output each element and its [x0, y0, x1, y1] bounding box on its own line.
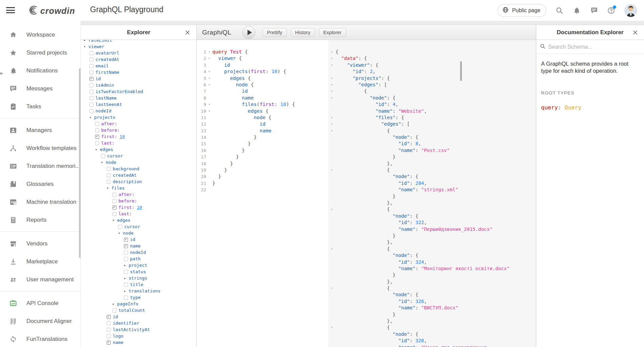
fold-arrow-icon[interactable]: ▾: [328, 95, 336, 101]
explorer-field-avatarUrl[interactable]: avatarUrl: [81, 50, 196, 56]
explorer-field-projects[interactable]: ▾projects: [81, 114, 196, 121]
sidebar-item-managers[interactable]: Managers: [0, 121, 81, 139]
field-checkbox[interactable]: [89, 64, 93, 68]
explorer-field-edges[interactable]: ▾edges: [81, 146, 196, 153]
sidebar-item-starred-projects[interactable]: Starred projects: [0, 44, 81, 62]
explorer-field-identifier[interactable]: identifier: [81, 320, 196, 326]
fold-arrow-icon[interactable]: ▾: [328, 246, 336, 252]
fold-arrow-icon[interactable]: ▾: [328, 82, 336, 88]
field-checkbox[interactable]: [112, 212, 116, 216]
explorer-field-totalCount[interactable]: totalCount: [81, 307, 196, 313]
chevron-down-icon[interactable]: ▾: [84, 45, 88, 48]
field-checkbox[interactable]: [124, 257, 128, 261]
explorer-field-isAdmin[interactable]: isAdmin: [81, 82, 196, 88]
fold-arrow-icon[interactable]: ▾: [328, 88, 336, 94]
field-checkbox-checked[interactable]: [89, 77, 93, 81]
explorer-field-logo[interactable]: logo: [81, 333, 196, 339]
explorer-field-cursor[interactable]: cursor: [81, 153, 196, 159]
sidebar-item-marketplace[interactable]: Marketplace: [0, 253, 81, 270]
fold-arrow-icon[interactable]: ▾: [206, 49, 212, 55]
explorer-field-first[interactable]: first:10: [81, 204, 196, 211]
fold-arrow-icon[interactable]: ▾: [328, 62, 336, 68]
chevron-right-icon[interactable]: ▸: [112, 302, 117, 306]
explorer-close-icon[interactable]: [185, 30, 190, 35]
root-query-type-link[interactable]: Query: [565, 104, 582, 111]
sidebar-item-user-management[interactable]: User management: [0, 270, 81, 288]
field-checkbox[interactable]: [107, 180, 111, 184]
chevron-down-icon[interactable]: ▾: [118, 231, 123, 235]
query-editor[interactable]: 1▾query Test {2▾ viewer {3 id4▾ projects…: [197, 40, 328, 347]
field-checkbox[interactable]: [89, 96, 93, 100]
sidebar-item-workspace[interactable]: Workspace: [0, 26, 81, 44]
sidebar-item-funtranslations[interactable]: FunTranslations: [0, 330, 81, 347]
explorer-field-background[interactable]: background: [81, 166, 196, 172]
chevron-right-icon[interactable]: ▸: [124, 289, 129, 293]
field-checkbox-checked[interactable]: [107, 341, 111, 345]
fold-arrow-icon[interactable]: ▾: [206, 55, 212, 62]
field-checkbox[interactable]: [107, 334, 111, 338]
result-scrollbar[interactable]: [460, 61, 462, 81]
sidebar-flyout-chevron-icon[interactable]: ▶: [0, 71, 3, 75]
explorer-field-files[interactable]: ▾files: [81, 185, 196, 191]
field-checkbox[interactable]: [124, 296, 128, 300]
field-checkbox[interactable]: [89, 70, 93, 74]
crowdin-logo[interactable]: crowdin: [24, 4, 75, 17]
explorer-field-email[interactable]: email: [81, 63, 196, 69]
chevron-down-icon[interactable]: ▾: [101, 160, 106, 164]
field-checkbox[interactable]: [107, 328, 111, 332]
field-checkbox[interactable]: [95, 141, 99, 145]
explorer-button[interactable]: Explorer: [319, 28, 346, 37]
sidebar-item-messages[interactable]: Messages: [0, 80, 81, 97]
sidebar-item-api-console[interactable]: APIAPI Console: [0, 294, 81, 312]
explorer-field-cursor[interactable]: cursor: [81, 223, 196, 230]
fold-arrow-icon[interactable]: ▾: [328, 49, 336, 55]
fold-arrow-icon[interactable]: ▾: [206, 75, 212, 82]
fold-arrow-icon[interactable]: ▾: [206, 82, 212, 88]
sidebar-item-vendors[interactable]: Vendors: [0, 235, 81, 253]
explorer-field-status[interactable]: status: [81, 268, 196, 275]
explorer-field-id[interactable]: id: [81, 313, 196, 320]
fold-arrow-icon[interactable]: ▾: [328, 55, 336, 62]
chevron-down-icon[interactable]: ▾: [89, 115, 94, 119]
field-checkbox[interactable]: [112, 199, 116, 203]
notifications-bell-icon[interactable]: [573, 6, 581, 15]
fold-arrow-icon[interactable]: ▾: [328, 114, 336, 121]
field-checkbox[interactable]: [89, 109, 93, 113]
fold-arrow-icon[interactable]: ▾: [328, 75, 336, 82]
field-checkbox[interactable]: [124, 251, 128, 255]
fold-arrow-icon[interactable]: ▾: [206, 101, 212, 108]
explorer-field-name[interactable]: name: [81, 339, 196, 346]
argument-value[interactable]: 10: [120, 134, 125, 139]
field-checkbox[interactable]: [89, 51, 93, 55]
field-checkbox[interactable]: [112, 193, 116, 197]
doc-close-icon[interactable]: [632, 30, 638, 35]
field-checkbox[interactable]: [89, 83, 93, 87]
explorer-field-createdAt[interactable]: createdAt: [81, 172, 196, 178]
fold-arrow-icon[interactable]: ▾: [328, 206, 336, 213]
root-query-field-link[interactable]: query: [541, 104, 558, 111]
sidebar-item-tasks[interactable]: Tasks: [0, 97, 81, 115]
help-icon[interactable]: [607, 6, 615, 15]
sidebar-item-translation-memori[interactable]: Translation memori...: [0, 157, 81, 175]
explorer-field-firstName[interactable]: firstName: [81, 69, 196, 75]
explorer-field-name[interactable]: name: [81, 243, 196, 249]
explorer-field-first[interactable]: first:10: [81, 133, 196, 140]
explorer-field-path[interactable]: path: [81, 256, 196, 262]
explorer-field-before[interactable]: before:: [81, 198, 196, 204]
hamburger-menu-icon[interactable]: [6, 7, 15, 14]
field-checkbox-checked[interactable]: [124, 238, 128, 242]
explorer-field-title[interactable]: title: [81, 281, 196, 288]
explorer-field-after[interactable]: after:: [81, 121, 196, 127]
search-icon[interactable]: [555, 6, 563, 15]
search-schema-input[interactable]: [548, 44, 641, 50]
explorer-field-lastName[interactable]: lastName: [81, 95, 196, 101]
fold-arrow-icon[interactable]: ▾: [206, 68, 212, 75]
field-checkbox[interactable]: [107, 173, 111, 177]
field-checkbox[interactable]: [95, 128, 99, 132]
explorer-field-type[interactable]: type: [81, 294, 196, 301]
argument-value[interactable]: 10: [137, 205, 142, 210]
field-checkbox-checked[interactable]: [95, 135, 99, 139]
explorer-field-pageInfo[interactable]: ▸pageInfo: [81, 301, 196, 307]
explorer-field-node[interactable]: ▾node: [81, 230, 196, 236]
field-checkbox-checked[interactable]: [107, 315, 111, 319]
